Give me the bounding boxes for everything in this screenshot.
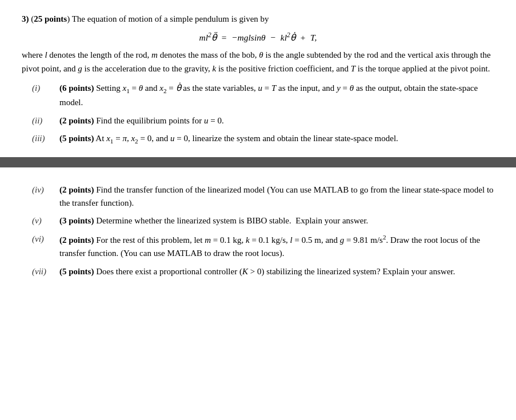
sub-problems-bottom: (iv) (2 points) Find the transfer functi… bbox=[32, 183, 494, 278]
problem-number: 3) bbox=[22, 14, 29, 23]
main-equation: ml2θ̈ = −mglsinθ − kl2θ̇ + T, bbox=[22, 31, 494, 43]
sub-body-iv: (2 points) Find the transfer function of… bbox=[59, 183, 494, 210]
sub-body-ii: (2 points) Find the equilibrium points f… bbox=[59, 114, 494, 127]
sub-label-v: (v) bbox=[32, 214, 59, 227]
problem-description: where l denotes the length of the rod, m… bbox=[22, 49, 494, 75]
sub-item-vi: (vi) (2 points) For the rest of this pro… bbox=[32, 233, 494, 261]
sub-label-vii: (vii) bbox=[32, 265, 59, 278]
problem-header: 3) (25 points) The equation of motion of… bbox=[22, 13, 494, 26]
problem-points: (25 points) bbox=[31, 14, 71, 23]
sub-body-vii: (5 points) Does there exist a proportion… bbox=[59, 265, 494, 278]
sub-item-iv: (iv) (2 points) Find the transfer functi… bbox=[32, 183, 494, 210]
sub-body-vi: (2 points) For the rest of this problem,… bbox=[59, 233, 494, 261]
sub-label-iv: (iv) bbox=[32, 183, 59, 210]
sub-label-iii: (iii) bbox=[32, 132, 59, 147]
sub-item-v: (v) (3 points) Determine whether the lin… bbox=[32, 214, 494, 227]
sub-item-i: (i) (6 points) Setting x1 = θ and x2 = θ… bbox=[32, 82, 494, 110]
sub-label-ii: (ii) bbox=[32, 114, 59, 127]
sub-label-vi: (vi) bbox=[32, 233, 59, 261]
sub-item-ii: (ii) (2 points) Find the equilibrium poi… bbox=[32, 114, 494, 127]
sub-item-vii: (vii) (5 points) Does there exist a prop… bbox=[32, 265, 494, 278]
sub-item-iii: (iii) (5 points) At x1 = π, x2 = 0, and … bbox=[32, 132, 494, 147]
page-divider bbox=[0, 157, 516, 167]
page-bottom: (iv) (2 points) Find the transfer functi… bbox=[0, 167, 516, 295]
sub-problems-top: (i) (6 points) Setting x1 = θ and x2 = θ… bbox=[32, 82, 494, 147]
page-top: 3) (25 points) The equation of motion of… bbox=[0, 0, 516, 147]
sub-label-i: (i) bbox=[32, 82, 59, 110]
sub-body-i: (6 points) Setting x1 = θ and x2 = θ̇ as… bbox=[59, 82, 494, 110]
sub-body-v: (3 points) Determine whether the lineari… bbox=[59, 214, 494, 227]
problem-intro: The equation of motion of a simple pendu… bbox=[72, 14, 269, 23]
sub-body-iii: (5 points) At x1 = π, x2 = 0, and u = 0,… bbox=[59, 132, 494, 147]
